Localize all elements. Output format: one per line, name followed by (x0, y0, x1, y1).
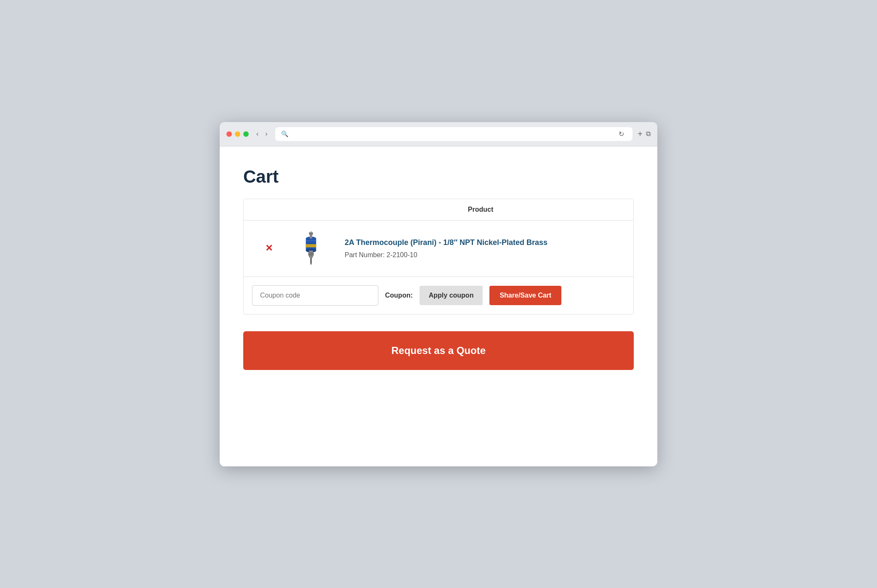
product-image-cell (286, 231, 336, 266)
search-icon: 🔍 (281, 130, 288, 137)
reload-button[interactable]: ↻ (616, 129, 627, 139)
coupon-label: Coupon: (385, 292, 413, 299)
browser-actions: + ⧉ (638, 129, 651, 139)
product-image (296, 231, 326, 266)
product-part-number: Part Number: 2-2100-10 (345, 251, 625, 259)
table-row: ✕ (244, 221, 633, 277)
svg-marker-8 (310, 263, 312, 265)
product-name: 2A Thermocouple (Pirani) - 1/8″ NPT Nick… (345, 238, 625, 247)
request-quote-button[interactable]: Request as a Quote (243, 331, 634, 370)
svg-rect-11 (310, 231, 312, 233)
cart-table: Product ✕ (243, 199, 634, 314)
remove-item-button[interactable]: ✕ (252, 243, 286, 254)
page-content: Cart Product ✕ (220, 146, 657, 466)
product-thumbnail (300, 231, 322, 265)
svg-rect-7 (310, 258, 312, 263)
coupon-section: Coupon: Apply coupon Share/Save Cart (244, 277, 633, 314)
svg-rect-3 (306, 244, 316, 247)
nav-buttons: ‹ › (254, 129, 270, 138)
image-col-header (286, 206, 336, 213)
browser-window: ‹ › 🔍 ↻ + ⧉ Cart Product ✕ (220, 122, 657, 466)
window-icon[interactable]: ⧉ (646, 130, 651, 138)
product-col-header: Product (336, 206, 625, 213)
share-save-cart-button[interactable]: Share/Save Cart (489, 286, 561, 305)
remove-col-header (252, 206, 286, 213)
product-info: 2A Thermocouple (Pirani) - 1/8″ NPT Nick… (336, 238, 625, 258)
apply-coupon-button[interactable]: Apply coupon (420, 286, 483, 305)
cart-table-header: Product (244, 199, 633, 221)
back-button[interactable]: ‹ (254, 129, 261, 138)
maximize-button[interactable] (243, 131, 249, 137)
svg-rect-4 (306, 240, 316, 242)
new-tab-icon[interactable]: + (638, 129, 643, 139)
remove-icon: ✕ (265, 243, 273, 254)
browser-chrome: ‹ › 🔍 ↻ + ⧉ (220, 122, 657, 146)
svg-rect-6 (308, 253, 314, 256)
traffic-lights (226, 131, 249, 137)
coupon-code-input[interactable] (252, 285, 378, 306)
address-bar[interactable]: 🔍 ↻ (275, 127, 633, 141)
forward-button[interactable]: › (263, 129, 270, 138)
page-title: Cart (243, 167, 634, 187)
minimize-button[interactable] (235, 131, 240, 137)
close-button[interactable] (226, 131, 232, 137)
